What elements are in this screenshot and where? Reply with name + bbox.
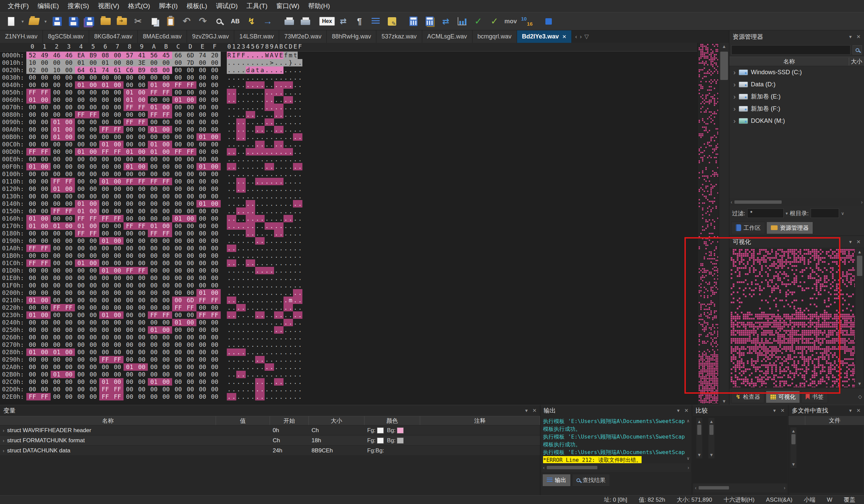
ascii-char[interactable]: . (246, 170, 250, 178)
ascii-char[interactable]: . (284, 274, 288, 282)
ascii-char[interactable]: . (269, 126, 274, 133)
hex-byte[interactable]: 00 (184, 341, 196, 348)
ascii-char[interactable]: . (241, 141, 246, 148)
hex-byte[interactable]: 00 (87, 141, 99, 148)
hex-byte[interactable]: 00 (184, 319, 196, 326)
ascii-char[interactable]: I (231, 52, 236, 59)
hex-byte[interactable]: FF (123, 119, 136, 126)
hex-byte[interactable]: 00 (136, 296, 148, 304)
hex-byte[interactable]: 00 (208, 245, 221, 252)
base-convert-button[interactable]: 1016 (519, 13, 535, 29)
hex-byte[interactable]: 00 (172, 252, 184, 259)
hex-byte[interactable]: 00 (26, 156, 38, 163)
hex-byte[interactable]: 01 (172, 215, 184, 222)
hex-byte[interactable]: 00 (63, 334, 75, 341)
panel-close-icon[interactable]: ✕ (684, 407, 688, 414)
hex-byte[interactable]: 00 (63, 96, 75, 103)
hex-byte[interactable]: 00 (196, 356, 208, 363)
ascii-char[interactable]: . (298, 274, 302, 282)
hex-byte[interactable]: 00 (208, 133, 221, 141)
hex-byte[interactable]: FF (63, 304, 75, 311)
ascii-char[interactable]: . (260, 385, 265, 393)
hex-byte[interactable]: 00 (196, 126, 208, 133)
ascii-char[interactable]: . (288, 356, 293, 363)
hex-byte[interactable]: 00 (87, 319, 99, 326)
ascii-char[interactable]: . (241, 385, 246, 393)
ascii-char[interactable]: . (260, 59, 265, 66)
hex-byte[interactable]: 00 (111, 319, 123, 326)
hex-byte[interactable]: 00 (160, 348, 172, 356)
hex-byte[interactable]: 00 (172, 126, 184, 133)
ascii-char[interactable]: . (274, 208, 279, 215)
ascii-char[interactable]: . (241, 170, 246, 178)
ascii-char[interactable]: . (260, 296, 265, 304)
ascii-char[interactable]: . (269, 193, 274, 200)
ascii-char[interactable]: . (250, 163, 255, 170)
ascii-char[interactable]: . (279, 74, 284, 81)
ascii-char[interactable]: . (236, 215, 241, 222)
hex-byte[interactable]: 00 (208, 289, 221, 296)
hex-byte[interactable]: 00 (172, 141, 184, 148)
ascii-char[interactable]: . (236, 319, 241, 326)
ascii-char[interactable]: . (269, 274, 274, 282)
ascii-char[interactable]: . (241, 185, 246, 193)
hex-byte[interactable]: 00 (123, 289, 136, 296)
hex-byte[interactable]: FF (172, 148, 184, 156)
variables-column-header[interactable]: 开始 (270, 416, 309, 425)
ascii-char[interactable]: . (231, 66, 236, 74)
hex-byte[interactable]: 00 (184, 170, 196, 178)
hex-byte[interactable]: 00 (99, 289, 111, 296)
scroll-thumb[interactable] (857, 256, 862, 276)
filter-input[interactable]: * (747, 208, 784, 218)
ascii-char[interactable]: . (236, 393, 241, 401)
ascii-char[interactable]: . (265, 311, 269, 319)
hex-byte[interactable]: 00 (136, 133, 148, 141)
ascii-char[interactable]: . (236, 245, 241, 252)
hex-byte[interactable]: 00 (75, 385, 87, 393)
hex-byte[interactable]: 00 (160, 282, 172, 289)
hex-byte[interactable]: 00 (184, 237, 196, 245)
ascii-char[interactable]: . (231, 296, 236, 304)
hex-byte[interactable]: 00 (75, 96, 87, 103)
hex-byte[interactable]: 00 (123, 74, 136, 81)
ascii-char[interactable]: . (265, 119, 269, 126)
hex-byte[interactable]: 00 (196, 185, 208, 193)
hex-byte[interactable]: 00 (172, 378, 184, 385)
ascii-char[interactable]: . (255, 74, 260, 81)
hex-byte[interactable]: 52 (26, 52, 38, 59)
hex-byte[interactable]: 00 (172, 178, 184, 185)
ascii-char[interactable]: . (246, 111, 250, 119)
hex-byte[interactable]: 00 (111, 304, 123, 311)
ascii-char[interactable]: F (236, 52, 241, 59)
ascii-char[interactable]: . (288, 326, 293, 334)
hex-byte[interactable]: 02 (26, 66, 38, 74)
drive-item[interactable]: ›新加卷 (F:) (729, 102, 864, 115)
hex-byte[interactable]: 46 (63, 52, 75, 59)
ascii-char[interactable]: . (298, 222, 302, 230)
hex-byte[interactable]: FF (208, 296, 221, 304)
ascii-char[interactable]: . (284, 319, 288, 326)
hex-byte[interactable]: FF (38, 89, 51, 96)
ascii-char[interactable]: . (269, 252, 274, 259)
hex-byte[interactable]: 00 (63, 356, 75, 363)
scroll-up-icon[interactable]: ▲ (791, 428, 796, 433)
ascii-char[interactable]: . (255, 341, 260, 348)
hex-byte[interactable]: 00 (148, 185, 160, 193)
scroll-down-icon[interactable]: ▼ (722, 399, 726, 404)
ascii-char[interactable]: . (274, 393, 279, 401)
hex-byte[interactable]: 00 (208, 378, 221, 385)
hex-byte[interactable]: 00 (75, 141, 87, 148)
hex-byte[interactable]: 00 (26, 334, 38, 341)
ascii-char[interactable]: . (260, 185, 265, 193)
scroll-up-icon[interactable]: ∧ (687, 417, 689, 425)
hex-byte[interactable]: 01 (123, 363, 136, 371)
ascii-char[interactable]: . (236, 89, 241, 96)
ascii-char[interactable]: . (231, 304, 236, 311)
visualizer-tab[interactable]: 书签 (801, 391, 828, 403)
hex-byte[interactable]: 00 (111, 59, 123, 66)
hex-byte[interactable]: FF (99, 126, 111, 133)
hex-byte[interactable]: 00 (196, 385, 208, 393)
ascii-char[interactable]: . (269, 208, 274, 215)
ascii-char[interactable]: . (250, 148, 255, 156)
hex-byte[interactable]: 00 (148, 133, 160, 141)
